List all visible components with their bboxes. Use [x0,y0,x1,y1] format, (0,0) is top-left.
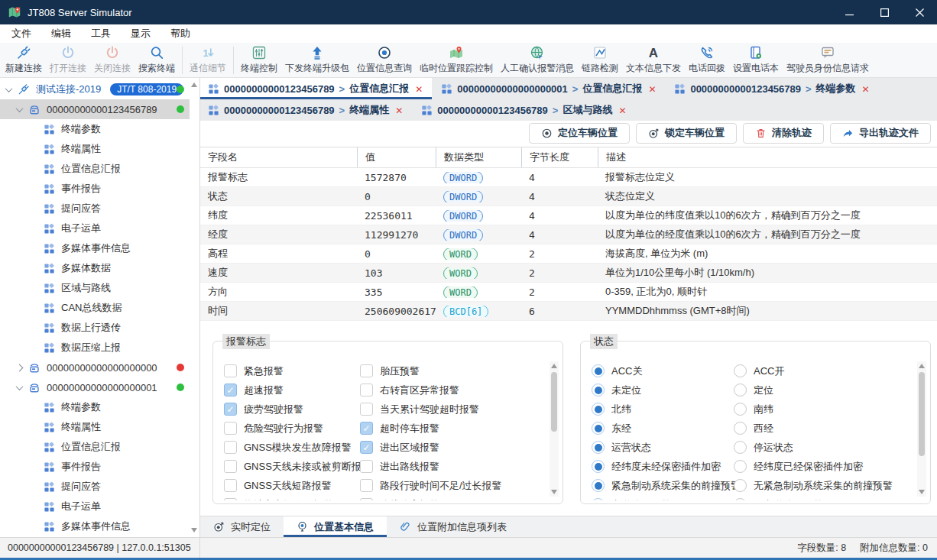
document-tab[interactable]: 00000000000123456789 区域与路线 [413,99,635,121]
clear-track-button[interactable]: 清除轨迹 [743,123,824,144]
radio-icon[interactable] [592,384,605,397]
tree-leaf-item[interactable]: 多媒体数据 [0,536,199,537]
chevron-right-icon[interactable] [16,364,24,371]
tree-leaf-item[interactable]: 多媒体数据 [0,258,199,278]
open-connection-button[interactable]: 打开连接 [46,44,90,77]
scroll-up-icon[interactable] [551,364,557,368]
tree-leaf-item[interactable]: CAN总线数据 [0,298,199,318]
close-tab-icon[interactable] [647,83,657,95]
radio-icon[interactable] [592,460,605,473]
status-panel-scrollbar[interactable] [917,361,926,497]
checkbox-icon[interactable] [224,364,237,377]
menu-help[interactable]: 帮助 [160,27,200,40]
tree-node-terminal-2[interactable]: 00000000000000000000 [0,358,199,377]
table-row[interactable]: 纬度 22536011 DWORD 4 以度为单位的纬度值乘以10的6次方，精确… [200,206,937,225]
checkbox-icon[interactable] [224,403,237,416]
send-upgrade-package-button[interactable]: 下发终端升级包 [281,44,353,77]
table-row[interactable]: 时间 250609002617 BCD[6] 6 YYMMDDhhmmss (G… [200,302,937,321]
close-tab-icon[interactable] [861,83,871,95]
driver-id-request-button[interactable]: 驾驶员身份信息请求 [783,44,873,77]
checkbox-icon[interactable] [224,479,237,492]
tree-leaf-item[interactable]: 终端属性 [0,417,199,437]
tree-leaf-item[interactable]: 提问应答 [0,199,199,218]
document-tab[interactable]: 00000000000123456789 终端参数 [666,78,878,99]
document-tab[interactable]: 00000000000000000001 位置信息汇报 [433,78,665,99]
tree-node-terminal-3[interactable]: 00000000000000000001 [0,377,199,397]
tree-leaf-item[interactable]: 数据上行透传 [0,318,199,338]
checkbox-icon[interactable] [360,498,373,500]
radio-icon[interactable] [734,422,747,435]
table-row[interactable]: 高程 0 WORD 2 海拔高度, 单位为米 (m) [200,244,937,264]
menu-tools[interactable]: 工具 [81,27,121,40]
document-tab[interactable]: 00000000000123456789 终端属性 [200,99,412,121]
radio-icon[interactable] [592,403,605,416]
status-option[interactable]: 无紧急制动系统采集的前撞预警 [734,476,937,495]
menu-view[interactable]: 显示 [121,27,160,40]
radio-icon[interactable] [734,498,747,500]
tree-leaf-item[interactable]: 事件报告 [0,457,199,477]
scroll-down-icon[interactable] [551,490,557,494]
tree-node-connection[interactable]: 测试连接-2019 JT/T 808-2019 [0,79,199,99]
tree-node-terminal-1[interactable]: 00000000000123456789 [0,99,199,119]
tree-leaf-item[interactable]: 终端参数 [0,119,199,139]
alarm-panel-scrollbar[interactable] [550,361,559,497]
chevron-down-icon[interactable] [16,383,24,390]
radio-icon[interactable] [592,479,605,492]
manual-confirm-alarm-button[interactable]: 人工确认报警消息 [497,44,578,77]
tab-position-extra-info[interactable]: 位置附加信息项列表 [387,516,520,537]
tree-leaf-item[interactable]: 多媒体事件信息 [0,238,199,258]
tree-leaf-item[interactable]: 终端属性 [0,139,199,159]
radio-icon[interactable] [734,479,747,492]
tree-leaf-item[interactable]: 电子运单 [0,218,199,238]
tab-realtime-location[interactable]: 实时定位 [200,516,284,537]
checkbox-icon[interactable] [224,441,237,454]
chevron-down-icon[interactable] [16,105,24,112]
menu-edit[interactable]: 编辑 [41,27,81,40]
checkbox-icon[interactable] [360,384,373,397]
radio-icon[interactable] [592,422,605,435]
terminal-control-button[interactable]: 终端控制 [237,44,281,77]
document-tab[interactable]: 00000000000123456789 位置信息汇报 [200,78,432,99]
scrollbar-thumb[interactable] [919,372,925,456]
menu-file[interactable]: 文件 [2,27,41,40]
minimize-button[interactable] [832,0,867,24]
checkbox-icon[interactable] [360,364,373,377]
radio-icon[interactable] [734,384,747,397]
scrollbar-thumb[interactable] [551,372,557,432]
tree-leaf-item[interactable]: 位置信息汇报 [0,437,199,457]
status-option[interactable]: ACC开 [734,361,937,380]
scroll-up-icon[interactable] [919,364,925,368]
table-row[interactable]: 方向 335 WORD 2 0-359, 正北为0, 顺时针 [200,283,937,302]
table-row[interactable]: 经度 112991270 DWORD 4 以度为单位的经度值乘以10的6次方，精… [200,225,937,244]
checkbox-icon[interactable] [360,441,373,454]
radio-icon[interactable] [734,403,747,416]
radio-icon[interactable] [734,441,747,454]
table-row[interactable]: 报警标志 1572870 DWORD 4 报警标志位定义 [200,168,937,187]
sidebar-scrollbar[interactable] [190,78,199,537]
tree-leaf-item[interactable]: 终端参数 [0,397,199,417]
comm-detail-button[interactable]: 1 通信细节 [186,44,230,77]
scroll-up-icon[interactable] [191,83,197,87]
close-tab-icon[interactable] [413,83,424,95]
link-detect-button[interactable]: 链路检测 [578,44,622,77]
close-connection-button[interactable]: 关闭连接 [90,44,135,77]
tree-leaf-item[interactable]: 多媒体事件信息 [0,516,199,536]
maximize-button[interactable] [867,0,902,24]
status-option[interactable]: 南纬 [734,400,937,419]
close-tab-icon[interactable] [617,105,627,116]
checkbox-icon[interactable] [360,422,373,435]
temp-position-tracking-button[interactable]: 临时位置跟踪控制 [416,44,497,77]
tree-leaf-item[interactable]: 位置信息汇报 [0,159,199,179]
radio-icon[interactable] [592,441,605,454]
export-track-button[interactable]: 导出轨迹文件 [830,123,931,144]
checkbox-icon[interactable] [360,460,373,473]
locate-vehicle-button[interactable]: 定位车辆位置 [529,123,630,144]
table-row[interactable]: 状态 0 DWORD 4 状态位定义 [200,187,937,206]
radio-icon[interactable] [592,498,605,500]
status-option[interactable]: 无车道偏移预警 [734,495,937,500]
radio-icon[interactable] [734,460,747,473]
radio-icon[interactable] [734,364,747,377]
chevron-down-icon[interactable] [5,85,13,92]
position-query-button[interactable]: 位置信息查询 [353,44,416,77]
tree-leaf-item[interactable]: 区域与路线 [0,278,199,298]
